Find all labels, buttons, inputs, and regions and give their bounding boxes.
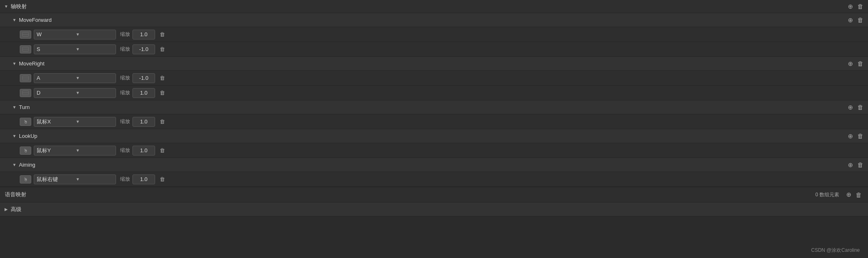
key-dropdown-mouseY[interactable]: 鼠标Y ▼	[34, 146, 116, 156]
group-MoveRight-delete-button[interactable]: 🗑	[856, 59, 865, 68]
mouse-icon-mouseRClick: 🖱	[20, 175, 31, 184]
group-MoveForward-add-button[interactable]: ⊕	[846, 16, 855, 25]
group-Aiming-add-button[interactable]: ⊕	[846, 160, 855, 170]
delete-binding-mouseX[interactable]: 🗑	[158, 117, 167, 126]
group-LookUp-arrow[interactable]: ▼	[12, 133, 17, 139]
delete-binding-A[interactable]: 🗑	[158, 74, 167, 83]
dropdown-chevron-D: ▼	[76, 91, 113, 95]
binding-Aiming-mouseRClick: 🖱 鼠标右键 ▼ 缩放 🗑	[0, 172, 868, 187]
group-LookUp-delete-button[interactable]: 🗑	[856, 132, 865, 141]
advanced-section: ▶ 高级	[0, 202, 868, 216]
group-Aiming-arrow[interactable]: ▼	[12, 162, 17, 168]
key-dropdown-mouseRClick[interactable]: 鼠标右键 ▼	[34, 174, 116, 184]
scale-label-A: 缩放	[120, 74, 130, 81]
group-Turn-title: Turn	[19, 104, 845, 110]
binding-LookUp-mouseY: 🖱 鼠标Y ▼ 缩放 🗑	[0, 143, 868, 158]
group-LookUp-header: ▼ LookUp ⊕ 🗑	[0, 129, 868, 143]
voice-mapping-count: 0 数组元素	[815, 191, 839, 198]
group-MoveForward-arrow[interactable]: ▼	[12, 17, 17, 23]
scale-input-S[interactable]	[132, 44, 155, 54]
group-MoveRight-header: ▼ MoveRight ⊕ 🗑	[0, 57, 868, 71]
delete-binding-S[interactable]: 🗑	[158, 45, 167, 54]
scale-input-D[interactable]	[132, 88, 155, 98]
group-LookUp-add-button[interactable]: ⊕	[846, 132, 855, 141]
group-MoveRight-arrow[interactable]: ▼	[12, 61, 17, 67]
group-Turn: ▼ Turn ⊕ 🗑 🖱 鼠标X ▼ 缩放 🗑	[0, 100, 868, 129]
group-MoveRight-title: MoveRight	[19, 60, 845, 67]
binding-MoveForward-S: S ▼ 缩放 🗑	[0, 42, 868, 57]
keyboard-icon-S	[20, 45, 31, 53]
svg-rect-11	[23, 93, 28, 95]
scale-label-W: 缩放	[120, 31, 130, 38]
group-Aiming-delete-button[interactable]: 🗑	[856, 160, 865, 170]
group-LookUp: ▼ LookUp ⊕ 🗑 🖱 鼠标Y ▼ 缩放 🗑	[0, 129, 868, 158]
svg-rect-1	[23, 33, 28, 34]
scale-input-mouseX[interactable]	[132, 117, 155, 127]
binding-Turn-mouseX: 🖱 鼠标X ▼ 缩放 🗑	[0, 114, 868, 129]
voice-mapping-label: 语音映射	[5, 191, 811, 198]
voice-mapping-delete-button[interactable]: 🗑	[854, 190, 863, 199]
delete-binding-W[interactable]: 🗑	[158, 30, 167, 39]
scale-input-W[interactable]	[132, 30, 155, 40]
mouse-icon-mouseX: 🖱	[20, 118, 31, 126]
keyboard-icon-W	[20, 30, 31, 39]
main-panel: ▼ 轴映射 ⊕ 🗑 ▼ MoveForward ⊕ 🗑 W ▼ 缩放 🗑	[0, 0, 868, 216]
axis-mapping-delete-button[interactable]: 🗑	[856, 2, 865, 11]
group-Aiming: ▼ Aiming ⊕ 🗑 🖱 鼠标右键 ▼ 缩放 🗑	[0, 158, 868, 187]
svg-rect-2	[23, 35, 28, 36]
key-dropdown-W[interactable]: W ▼	[34, 30, 116, 40]
voice-mapping-add-button[interactable]: ⊕	[844, 190, 853, 199]
binding-MoveRight-D: D ▼ 缩放 🗑	[0, 86, 868, 100]
scale-label-mouseY: 缩放	[120, 147, 130, 154]
svg-rect-10	[23, 91, 28, 93]
key-dropdown-D[interactable]: D ▼	[34, 88, 116, 98]
key-label-mouseX: 鼠标X	[37, 118, 74, 126]
key-label-mouseRClick: 鼠标右键	[37, 176, 74, 183]
group-MoveRight: ▼ MoveRight ⊕ 🗑 A ▼ 缩放 🗑 D ▼	[0, 57, 868, 100]
delete-binding-D[interactable]: 🗑	[158, 88, 167, 98]
keyboard-icon-A	[20, 74, 31, 82]
dropdown-chevron-mouseRClick: ▼	[76, 177, 113, 181]
keyboard-icon-D	[20, 89, 31, 97]
key-dropdown-S[interactable]: S ▼	[34, 44, 116, 54]
advanced-arrow[interactable]: ▶	[3, 207, 9, 212]
key-dropdown-mouseX[interactable]: 鼠标X ▼	[34, 117, 116, 127]
mouse-icon-mouseY: 🖱	[20, 146, 31, 155]
scale-label-S: 缩放	[120, 46, 130, 53]
scale-input-A[interactable]	[132, 73, 155, 83]
group-MoveForward: ▼ MoveForward ⊕ 🗑 W ▼ 缩放 🗑 S ▼	[0, 13, 868, 57]
key-label-S: S	[37, 46, 74, 52]
axis-mapping-collapse-arrow[interactable]: ▼	[3, 4, 9, 9]
group-Turn-delete-button[interactable]: 🗑	[856, 103, 865, 112]
scale-label-D: 缩放	[120, 89, 130, 96]
dropdown-chevron-S: ▼	[76, 47, 113, 51]
group-MoveForward-title: MoveForward	[19, 17, 845, 23]
scale-label-mouseX: 缩放	[120, 118, 130, 125]
key-label-mouseY: 鼠标Y	[37, 147, 74, 154]
dropdown-chevron-mouseY: ▼	[76, 148, 113, 153]
delete-binding-mouseRClick[interactable]: 🗑	[158, 175, 167, 184]
axis-mapping-add-button[interactable]: ⊕	[846, 2, 855, 11]
group-MoveRight-add-button[interactable]: ⊕	[846, 59, 855, 68]
group-MoveForward-delete-button[interactable]: 🗑	[856, 16, 865, 25]
axis-mapping-header: ▼ 轴映射 ⊕ 🗑	[0, 0, 868, 13]
group-Turn-add-button[interactable]: ⊕	[846, 103, 855, 112]
scale-input-mouseRClick[interactable]	[132, 174, 155, 184]
group-Turn-arrow[interactable]: ▼	[12, 105, 17, 110]
group-LookUp-title: LookUp	[19, 133, 845, 139]
advanced-label: 高级	[11, 206, 865, 213]
key-dropdown-A[interactable]: A ▼	[34, 73, 116, 83]
scale-input-mouseY[interactable]	[132, 146, 155, 156]
svg-rect-4	[23, 47, 28, 49]
group-Aiming-title: Aiming	[19, 162, 845, 168]
svg-rect-5	[23, 49, 28, 51]
dropdown-chevron-W: ▼	[76, 32, 113, 37]
key-label-W: W	[37, 31, 74, 37]
watermark: CSDN @涂欢Caroline	[811, 247, 860, 254]
group-Aiming-header: ▼ Aiming ⊕ 🗑	[0, 158, 868, 172]
scale-label-mouseRClick: 缩放	[120, 176, 130, 183]
svg-rect-7	[23, 76, 28, 78]
dropdown-chevron-mouseX: ▼	[76, 119, 113, 124]
delete-binding-mouseY[interactable]: 🗑	[158, 146, 167, 155]
axis-mapping-title: 轴映射	[11, 3, 845, 10]
